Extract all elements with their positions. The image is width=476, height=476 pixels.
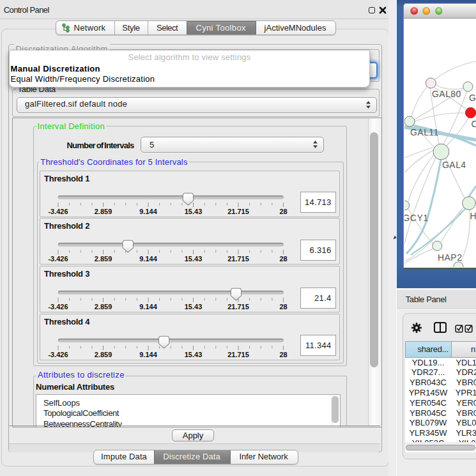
svg-text:9.144: 9.144	[139, 255, 157, 263]
svg-text:9.144: 9.144	[139, 350, 157, 358]
svg-text:GAL80: GAL80	[432, 89, 461, 99]
svg-text:-3.426: -3.426	[48, 303, 68, 311]
svg-text:2.859: 2.859	[95, 350, 112, 358]
svg-text:GA: GA	[469, 93, 476, 103]
svg-text:HAP2: HAP2	[438, 252, 462, 263]
svg-text:28: 28	[279, 303, 287, 311]
svg-text:15.43: 15.43	[185, 350, 203, 358]
svg-text:21.715: 21.715	[227, 350, 249, 358]
svg-text:21.715: 21.715	[227, 303, 249, 311]
svg-text:2.859: 2.859	[95, 303, 112, 311]
svg-text:CR: CR	[472, 119, 476, 129]
svg-text:28: 28	[279, 255, 287, 263]
svg-text:15.43: 15.43	[185, 255, 203, 263]
svg-text:-3.426: -3.426	[48, 207, 68, 215]
svg-text:9.144: 9.144	[139, 303, 157, 311]
svg-text:H: H	[470, 211, 476, 221]
svg-text:9.144: 9.144	[139, 207, 157, 215]
svg-text:2.859: 2.859	[95, 207, 112, 215]
svg-text:28: 28	[279, 350, 287, 358]
svg-text:-3.426: -3.426	[48, 350, 68, 358]
svg-text:15.43: 15.43	[185, 207, 203, 215]
svg-text:21.715: 21.715	[227, 207, 249, 215]
svg-text:-3.426: -3.426	[48, 255, 68, 263]
svg-text:15.43: 15.43	[185, 303, 203, 311]
svg-text:28: 28	[279, 207, 287, 215]
svg-text:2.859: 2.859	[95, 255, 112, 263]
svg-text:GAL4: GAL4	[442, 160, 466, 170]
svg-text:GAL11: GAL11	[410, 127, 439, 137]
svg-text:21.715: 21.715	[227, 255, 249, 263]
svg-text:GCY1: GCY1	[404, 213, 428, 223]
